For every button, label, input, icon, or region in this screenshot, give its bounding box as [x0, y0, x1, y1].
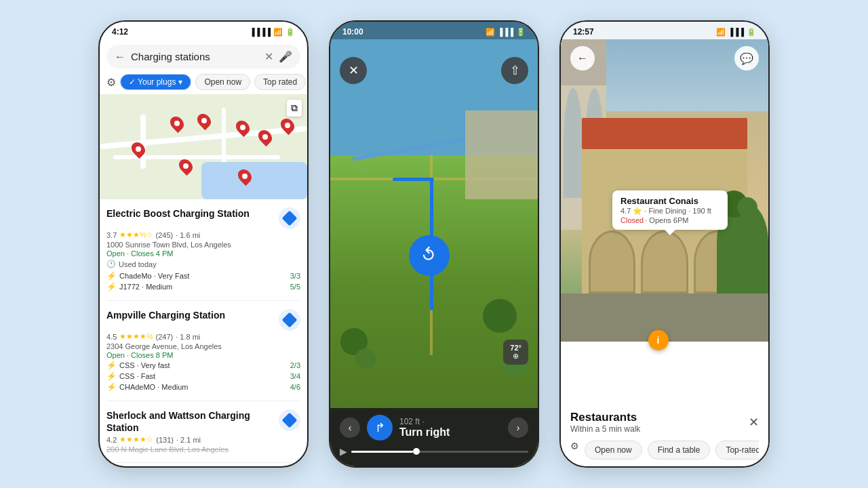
sv-back-button[interactable]: ←: [570, 46, 595, 70]
street-view-photo: [561, 22, 768, 342]
map-road-3: [140, 115, 146, 169]
nav-compass-button[interactable]: 72° ⊕: [503, 340, 528, 365]
sv-panel-subtitle: Within a 5 min walk: [570, 424, 640, 434]
nav-bottom-bar: ‹ ↱ 102 ft · Turn right › ▶: [330, 408, 538, 466]
nav-prev-button[interactable]: ‹: [340, 418, 360, 438]
nav-turn-circle: ↺: [409, 235, 450, 276]
charger-row-1-1: ⚡ ChadeMo · Very Fast 3/3: [106, 270, 300, 281]
wifi-icon-1: 📶: [273, 28, 283, 37]
result-1-address: 1000 Sunrise Town Blvd, Los Angeles: [106, 241, 300, 249]
progress-play-icon[interactable]: ▶: [340, 446, 347, 457]
nav-map-background: ↺: [330, 22, 538, 466]
filter-top-rated[interactable]: Top rated: [254, 74, 306, 90]
map-water: [201, 162, 307, 199]
filter-open-now[interactable]: Open now: [195, 74, 250, 90]
result-1-nav-button[interactable]: [279, 207, 300, 229]
charger-avail-1-2: 5/5: [290, 283, 300, 291]
result-2-name: Ampville Charging Station: [106, 309, 273, 321]
filter-your-plugs[interactable]: ✓ Your plugs ▾: [120, 74, 191, 90]
result-3-stars: ★★★★☆: [119, 435, 153, 444]
status-icons-1: ▐▐▐▐ 📶 🔋: [250, 28, 295, 37]
filter-settings-icon[interactable]: ⚙: [106, 76, 116, 89]
popup-restaurant-sub: 4.7 ⭐ · Fine Dining · 190 ft: [620, 207, 719, 216]
phone-charging-stations: 4:12 ▐▐▐▐ 📶 🔋 ← Charging stations ✕ 🎤 ⚙ …: [98, 20, 309, 468]
result-1-rating: 3.7 ★★★½☆ (245) · 1.6 mi: [106, 230, 300, 239]
result-2-header: Ampville Charging Station: [106, 309, 300, 331]
result-2-nav-button[interactable]: [279, 309, 300, 331]
bolt-icon-2-3: ⚡: [106, 382, 117, 392]
bolt-icon-2-1: ⚡: [106, 361, 117, 370]
search-mic-icon[interactable]: 🎤: [279, 50, 292, 63]
map-layers-button[interactable]: ⧉: [287, 100, 302, 117]
sv-filter-row: ⚙ Open now Find a table Top-rated More: [570, 441, 759, 460]
bolt-icon-2-2: ⚡: [106, 371, 117, 381]
result-item-1: Electric Boost Charging Station 3.7 ★★★½…: [106, 199, 300, 301]
result-1-header: Electric Boost Charging Station: [106, 207, 300, 229]
search-clear-icon[interactable]: ✕: [264, 50, 273, 63]
sv-close-button[interactable]: ✕: [749, 415, 759, 430]
nav-progress-bar: ▶: [340, 446, 528, 457]
nav-distance: 102 ft ·: [399, 417, 501, 426]
marker-label: i: [657, 335, 660, 346]
filter-your-plugs-label: ✓ Your plugs: [129, 77, 176, 87]
sv-bottom-panel: Restaurants Within a 5 min walk ✕ ⚙ Open…: [561, 401, 768, 466]
charger-left-1-2: ⚡ J1772 · Medium: [106, 282, 172, 291]
nav-close-button[interactable]: ✕: [340, 57, 367, 84]
result-3-nav-button[interactable]: [279, 409, 300, 431]
charger-name-2-3: CHAdeMO · Medium: [119, 383, 188, 391]
sv-filter-open-now[interactable]: Open now: [585, 441, 642, 460]
result-2-stars: ★★★★½: [119, 332, 153, 341]
signal-icon-1: ▐▐▐▐: [250, 28, 271, 36]
result-2-reviews: (247): [155, 333, 173, 341]
phone-1-content: ← Charging stations ✕ 🎤 ⚙ ✓ Your plugs ▾…: [100, 39, 307, 465]
charger-name-2-2: CSS · Fast: [119, 372, 155, 380]
nav-route-2: [393, 178, 434, 181]
progress-fill: [351, 451, 413, 453]
result-1-name: Electric Boost Charging Station: [106, 207, 273, 220]
search-text: Charging stations: [131, 51, 259, 62]
result-item-3: Sherlock and Wattson Charging Station 4.…: [106, 401, 300, 463]
phone-3-inner: 12:57 📶 ▐▐▐ 🔋: [561, 22, 768, 466]
chat-icon: 💬: [740, 52, 753, 65]
status-bar-1: 4:12 ▐▐▐▐ 📶 🔋: [100, 22, 307, 39]
result-item-2: Ampville Charging Station 4.5 ★★★★½ (247…: [106, 301, 300, 401]
charger-row-2-2: ⚡ CSS · Fast 3/4: [106, 371, 300, 382]
sv-panel-title-group: Restaurants Within a 5 min walk: [570, 411, 640, 434]
popup-closed-label: Closed: [620, 216, 644, 224]
popup-opens-label: · Opens 6PM: [645, 216, 688, 224]
charger-avail-2-2: 3/4: [290, 372, 300, 380]
map-marker-restaurant[interactable]: i: [648, 330, 669, 350]
sv-panel-header: Restaurants Within a 5 min walk ✕: [570, 411, 759, 434]
charger-left-1-1: ⚡ ChadeMo · Very Fast: [106, 271, 189, 281]
sv-filter-find-table[interactable]: Find a table: [648, 441, 711, 460]
result-2-rating-value: 4.5: [106, 333, 117, 341]
signal-icon-3: ▐▐▐: [728, 28, 744, 36]
restaurant-popup[interactable]: Restaurant Conais 4.7 ⭐ · Fine Dining · …: [612, 190, 728, 230]
nav-next-button[interactable]: ›: [508, 418, 528, 438]
charger-left-2-3: ⚡ CHAdeMO · Medium: [106, 382, 188, 392]
battery-icon-2: 🔋: [516, 28, 526, 37]
result-1-used-today: 🕐 Used today: [106, 260, 300, 268]
nav-diamond-icon-2: [282, 312, 298, 328]
search-back-icon[interactable]: ←: [115, 51, 125, 63]
nav-parking: [465, 110, 538, 199]
sv-filter-settings-icon[interactable]: ⚙: [570, 441, 579, 460]
progress-dot: [413, 448, 420, 455]
nav-instruction-container: 102 ft · Turn right: [399, 417, 501, 439]
nav-instruction: Turn right: [399, 426, 501, 439]
result-3-name: Sherlock and Wattson Charging Station: [106, 409, 273, 434]
charger-avail-1-1: 3/3: [290, 272, 300, 280]
sv-arch-1: [589, 230, 636, 294]
result-3-rating: 4.2 ★★★★☆ (131) · 2.1 mi: [106, 435, 300, 444]
signal-icon-2: ▐▐▐: [498, 28, 513, 36]
progress-track[interactable]: [351, 451, 528, 453]
search-bar[interactable]: ← Charging stations ✕ 🎤: [106, 45, 300, 68]
phone-2-inner: 10:00 📶 ▐▐▐ 🔋 ↺: [330, 22, 538, 466]
sv-chat-button[interactable]: 💬: [734, 46, 759, 70]
nav-share-button[interactable]: ⇧: [501, 57, 528, 84]
sv-filter-top-rated[interactable]: Top-rated: [715, 441, 759, 460]
map-area[interactable]: ⧉: [100, 94, 307, 199]
result-2-rating: 4.5 ★★★★½ (247) · 1.8 mi: [106, 332, 300, 341]
bolt-icon-1-1: ⚡: [106, 271, 117, 281]
sv-tree-top-2: [737, 197, 757, 218]
